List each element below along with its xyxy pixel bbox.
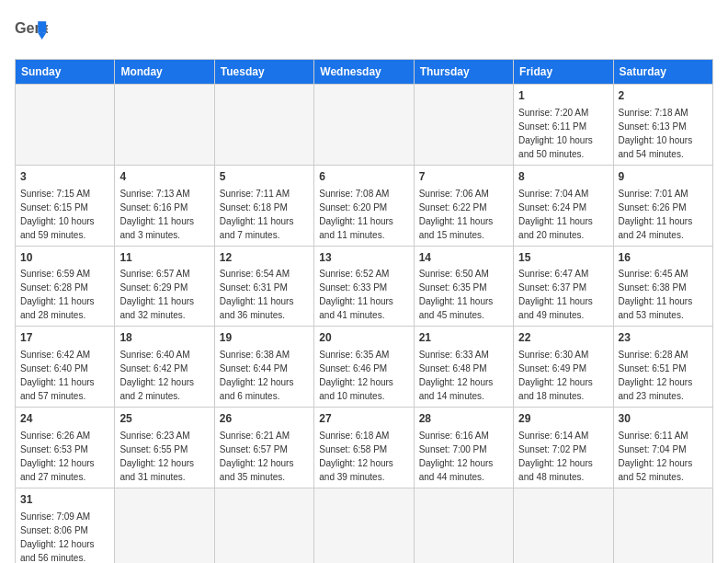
calendar-cell: [613, 488, 712, 563]
calendar-cell: [414, 85, 513, 166]
calendar-cell: [16, 85, 115, 166]
day-number: 15: [518, 250, 608, 266]
day-number: 14: [419, 250, 508, 266]
calendar-cell: 24Sunrise: 6:26 AM Sunset: 6:53 PM Dayli…: [16, 408, 115, 488]
day-number: 11: [119, 250, 209, 266]
calendar-cell: [214, 85, 313, 166]
day-info: Sunrise: 6:50 AM Sunset: 6:35 PM Dayligh…: [419, 267, 508, 322]
calendar-cell: 29Sunrise: 6:14 AM Sunset: 7:02 PM Dayli…: [514, 408, 613, 488]
day-info: Sunrise: 6:42 AM Sunset: 6:40 PM Dayligh…: [20, 348, 109, 403]
day-number: 24: [20, 411, 109, 427]
calendar-cell: 25Sunrise: 6:23 AM Sunset: 6:55 PM Dayli…: [115, 408, 214, 488]
weekday-header-tuesday: Tuesday: [214, 60, 313, 85]
calendar-cell: 22Sunrise: 6:30 AM Sunset: 6:49 PM Dayli…: [514, 327, 613, 408]
calendar-cell: 30Sunrise: 6:11 AM Sunset: 7:04 PM Dayli…: [613, 408, 712, 488]
day-info: Sunrise: 6:40 AM Sunset: 6:42 PM Dayligh…: [119, 348, 209, 403]
day-number: 8: [518, 169, 608, 185]
calendar-cell: 19Sunrise: 6:38 AM Sunset: 6:44 PM Dayli…: [214, 327, 313, 408]
day-info: Sunrise: 6:11 AM Sunset: 7:04 PM Dayligh…: [619, 429, 708, 484]
day-info: Sunrise: 7:09 AM Sunset: 8:06 PM Dayligh…: [20, 510, 109, 563]
calendar-week-0: 1Sunrise: 7:20 AM Sunset: 6:11 PM Daylig…: [16, 85, 713, 166]
day-number: 20: [319, 330, 408, 346]
calendar-cell: 1Sunrise: 7:20 AM Sunset: 6:11 PM Daylig…: [514, 85, 613, 166]
calendar-week-3: 17Sunrise: 6:42 AM Sunset: 6:40 PM Dayli…: [16, 327, 713, 408]
day-info: Sunrise: 6:23 AM Sunset: 6:55 PM Dayligh…: [119, 429, 209, 484]
calendar-cell: [115, 488, 214, 563]
calendar-cell: 11Sunrise: 6:57 AM Sunset: 6:29 PM Dayli…: [115, 246, 214, 327]
day-number: 3: [20, 169, 109, 185]
day-info: Sunrise: 6:45 AM Sunset: 6:38 PM Dayligh…: [619, 267, 708, 322]
day-number: 2: [619, 88, 708, 104]
calendar-cell: [314, 85, 414, 166]
weekday-header-friday: Friday: [514, 60, 613, 85]
calendar-cell: 17Sunrise: 6:42 AM Sunset: 6:40 PM Dayli…: [16, 327, 115, 408]
calendar-cell: 2Sunrise: 7:18 AM Sunset: 6:13 PM Daylig…: [613, 85, 712, 166]
day-info: Sunrise: 6:18 AM Sunset: 6:58 PM Dayligh…: [319, 429, 408, 484]
day-info: Sunrise: 7:11 AM Sunset: 6:18 PM Dayligh…: [220, 187, 309, 242]
calendar-cell: 27Sunrise: 6:18 AM Sunset: 6:58 PM Dayli…: [314, 408, 414, 488]
day-number: 4: [119, 169, 209, 185]
calendar-cell: [115, 85, 214, 166]
day-info: Sunrise: 6:35 AM Sunset: 6:46 PM Dayligh…: [319, 348, 408, 403]
calendar-cell: 16Sunrise: 6:45 AM Sunset: 6:38 PM Dayli…: [613, 246, 712, 327]
calendar-table: SundayMondayTuesdayWednesdayThursdayFrid…: [15, 59, 713, 563]
day-number: 30: [619, 411, 708, 427]
calendar-cell: 20Sunrise: 6:35 AM Sunset: 6:46 PM Dayli…: [314, 327, 414, 408]
day-number: 5: [220, 169, 309, 185]
day-info: Sunrise: 6:38 AM Sunset: 6:44 PM Dayligh…: [220, 348, 309, 403]
day-number: 1: [518, 88, 608, 104]
calendar-cell: 13Sunrise: 6:52 AM Sunset: 6:33 PM Dayli…: [314, 246, 414, 327]
header: General: [15, 15, 713, 48]
weekday-header-monday: Monday: [115, 60, 214, 85]
calendar-cell: [214, 488, 313, 563]
calendar-cell: 5Sunrise: 7:11 AM Sunset: 6:18 PM Daylig…: [214, 165, 313, 246]
day-info: Sunrise: 7:01 AM Sunset: 6:26 PM Dayligh…: [619, 187, 708, 242]
day-info: Sunrise: 6:33 AM Sunset: 6:48 PM Dayligh…: [419, 348, 508, 403]
day-info: Sunrise: 6:54 AM Sunset: 6:31 PM Dayligh…: [220, 267, 309, 322]
calendar-cell: 4Sunrise: 7:13 AM Sunset: 6:16 PM Daylig…: [115, 165, 214, 246]
calendar-cell: [414, 488, 513, 563]
calendar-cell: 3Sunrise: 7:15 AM Sunset: 6:15 PM Daylig…: [16, 165, 115, 246]
day-info: Sunrise: 6:57 AM Sunset: 6:29 PM Dayligh…: [119, 267, 209, 322]
day-number: 10: [20, 250, 109, 266]
day-info: Sunrise: 7:13 AM Sunset: 6:16 PM Dayligh…: [119, 187, 209, 242]
calendar-cell: 21Sunrise: 6:33 AM Sunset: 6:48 PM Dayli…: [414, 327, 513, 408]
day-number: 6: [319, 169, 408, 185]
weekday-header-saturday: Saturday: [613, 60, 712, 85]
day-number: 31: [20, 492, 109, 508]
day-info: Sunrise: 6:52 AM Sunset: 6:33 PM Dayligh…: [319, 267, 408, 322]
calendar-week-4: 24Sunrise: 6:26 AM Sunset: 6:53 PM Dayli…: [16, 408, 713, 488]
calendar-cell: 10Sunrise: 6:59 AM Sunset: 6:28 PM Dayli…: [16, 246, 115, 327]
day-number: 19: [220, 330, 309, 346]
day-number: 7: [419, 169, 508, 185]
weekday-header-thursday: Thursday: [414, 60, 513, 85]
day-info: Sunrise: 7:15 AM Sunset: 6:15 PM Dayligh…: [20, 187, 109, 242]
day-info: Sunrise: 7:18 AM Sunset: 6:13 PM Dayligh…: [619, 106, 708, 161]
day-number: 22: [518, 330, 608, 346]
day-info: Sunrise: 7:04 AM Sunset: 6:24 PM Dayligh…: [518, 187, 608, 242]
day-number: 29: [518, 411, 608, 427]
day-number: 18: [119, 330, 209, 346]
day-number: 26: [220, 411, 309, 427]
calendar-cell: 26Sunrise: 6:21 AM Sunset: 6:57 PM Dayli…: [214, 408, 313, 488]
day-number: 27: [319, 411, 408, 427]
calendar-week-2: 10Sunrise: 6:59 AM Sunset: 6:28 PM Dayli…: [16, 246, 713, 327]
day-info: Sunrise: 7:06 AM Sunset: 6:22 PM Dayligh…: [419, 187, 508, 242]
calendar-cell: 6Sunrise: 7:08 AM Sunset: 6:20 PM Daylig…: [314, 165, 414, 246]
day-number: 25: [119, 411, 209, 427]
day-number: 17: [20, 330, 109, 346]
day-info: Sunrise: 7:20 AM Sunset: 6:11 PM Dayligh…: [518, 106, 608, 161]
day-info: Sunrise: 6:47 AM Sunset: 6:37 PM Dayligh…: [518, 267, 608, 322]
day-number: 23: [619, 330, 708, 346]
calendar-week-5: 31Sunrise: 7:09 AM Sunset: 8:06 PM Dayli…: [16, 488, 713, 563]
day-number: 21: [419, 330, 508, 346]
day-number: 13: [319, 250, 408, 266]
calendar-cell: 28Sunrise: 6:16 AM Sunset: 7:00 PM Dayli…: [414, 408, 513, 488]
general-blue-logo-icon: General: [15, 15, 48, 48]
calendar-cell: [314, 488, 414, 563]
calendar-cell: 9Sunrise: 7:01 AM Sunset: 6:26 PM Daylig…: [613, 165, 712, 246]
day-info: Sunrise: 6:30 AM Sunset: 6:49 PM Dayligh…: [518, 348, 608, 403]
calendar-cell: [514, 488, 613, 563]
weekday-header-sunday: Sunday: [16, 60, 115, 85]
day-number: 28: [419, 411, 508, 427]
